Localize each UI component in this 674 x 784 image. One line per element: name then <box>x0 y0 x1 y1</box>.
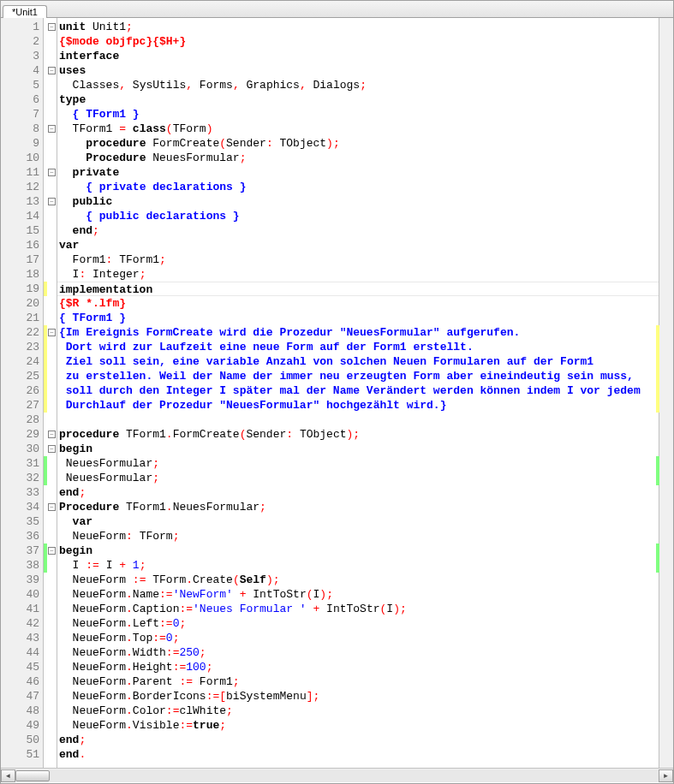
code-line[interactable]: Durchlauf der Prozedur "NeuesFormular" h… <box>57 398 659 413</box>
right-change-marker <box>656 543 659 558</box>
code-line[interactable]: NeueForm.BorderIcons:=[biSystemMenu]; <box>57 689 659 704</box>
fold-marker <box>47 180 57 194</box>
line-number: 34 <box>1 500 43 514</box>
code-line[interactable]: { private declarations } <box>57 180 659 194</box>
code-line[interactable]: end. <box>57 747 659 762</box>
code-line[interactable]: NeueForm.Left:=0; <box>57 616 659 631</box>
code-line[interactable]: Procedure TForm1.NeuesFormular; <box>57 500 659 514</box>
code-line[interactable]: Classes, SysUtils, Forms, Graphics, Dial… <box>57 78 659 92</box>
right-change-marker <box>656 194 659 209</box>
code-line[interactable]: NeueForm.Height:=100; <box>57 660 659 674</box>
code-line[interactable]: var <box>57 514 659 529</box>
code-line[interactable]: NeueForm.Name:='NewForm' + IntToStr(I); <box>57 587 659 602</box>
code-line[interactable]: end; <box>57 485 659 500</box>
editor-area: 1234567891011121314151617181920212223242… <box>1 18 673 768</box>
code-line[interactable]: NeueForm.Parent := Form1; <box>57 674 659 689</box>
code-line[interactable]: zu erstellen. Weil der Name der immer ne… <box>57 369 659 383</box>
scroll-track[interactable] <box>15 769 659 782</box>
scroll-left-button[interactable]: ◄ <box>1 769 15 782</box>
code-line[interactable]: NeueForm := TForm.Create(Self); <box>57 573 659 587</box>
line-number: 18 <box>1 267 43 282</box>
fold-marker <box>47 311 57 325</box>
fold-marker[interactable]: − <box>47 325 57 340</box>
code-line[interactable]: unit Unit1; <box>57 20 659 34</box>
fold-marker[interactable]: − <box>47 427 57 442</box>
right-change-marker <box>656 602 659 616</box>
code-line[interactable]: NeuesFormular; <box>57 456 659 471</box>
line-number: 17 <box>1 252 43 267</box>
horizontal-scrollbar[interactable]: ◄ ► <box>1 768 673 782</box>
code-line[interactable]: I: Integer; <box>57 267 659 282</box>
code-line[interactable]: implementation <box>57 282 659 296</box>
right-change-marker <box>656 340 659 354</box>
code-line[interactable]: private <box>57 165 659 180</box>
right-change-marker <box>656 704 659 718</box>
fold-marker <box>47 151 57 165</box>
fold-marker[interactable]: − <box>47 165 57 180</box>
scroll-right-button[interactable]: ► <box>659 769 673 782</box>
code-area[interactable]: unit Unit1;{$mode objfpc}{$H+}interfaceu… <box>57 18 659 768</box>
code-line[interactable]: TForm1 = class(TForm) <box>57 122 659 136</box>
fold-marker[interactable]: − <box>47 500 57 514</box>
fold-marker[interactable]: − <box>47 194 57 209</box>
code-line[interactable]: {$mode objfpc}{$H+} <box>57 34 659 49</box>
line-number: 31 <box>1 456 43 471</box>
code-line[interactable] <box>57 413 659 427</box>
fold-marker <box>47 252 57 267</box>
code-line[interactable]: NeueForm.Color:=clWhite; <box>57 704 659 718</box>
line-number: 38 <box>1 558 43 573</box>
code-line[interactable]: public <box>57 194 659 209</box>
fold-marker[interactable]: − <box>47 543 57 558</box>
code-line[interactable]: NeueForm.Caption:='Neues Formular ' + In… <box>57 602 659 616</box>
right-change-marker <box>656 107 659 122</box>
fold-marker <box>47 223 57 238</box>
fold-marker <box>47 92 57 107</box>
fold-marker <box>47 674 57 689</box>
right-change-marker <box>656 223 659 238</box>
code-line[interactable]: type <box>57 92 659 107</box>
code-line[interactable]: {Im Ereignis FormCreate wird die Prozedu… <box>57 325 659 340</box>
code-line[interactable]: { TForm1 } <box>57 311 659 325</box>
vertical-scrollbar[interactable] <box>659 18 673 768</box>
code-line[interactable]: procedure TForm1.FormCreate(Sender: TObj… <box>57 427 659 442</box>
code-line[interactable]: begin <box>57 543 659 558</box>
code-line[interactable]: { public declarations } <box>57 209 659 223</box>
right-change-marker <box>656 573 659 587</box>
code-line[interactable]: {$R *.lfm} <box>57 296 659 311</box>
code-line[interactable]: Ziel soll sein, eine variable Anzahl von… <box>57 354 659 369</box>
line-number: 35 <box>1 514 43 529</box>
right-change-marker <box>656 180 659 194</box>
code-line[interactable]: Form1: TForm1; <box>57 252 659 267</box>
right-change-marker <box>656 325 659 340</box>
right-change-marker <box>656 78 659 92</box>
tab-unit1[interactable]: *Unit1 <box>3 5 47 18</box>
code-line[interactable]: NeueForm.Visible:=true; <box>57 718 659 733</box>
fold-marker <box>47 49 57 63</box>
code-line[interactable]: end; <box>57 733 659 747</box>
right-change-marker <box>656 514 659 529</box>
fold-marker[interactable]: − <box>47 122 57 136</box>
code-line[interactable]: NeueForm: TForm; <box>57 529 659 543</box>
code-line[interactable]: { TForm1 } <box>57 107 659 122</box>
scroll-thumb[interactable] <box>15 770 50 781</box>
fold-marker[interactable]: − <box>47 442 57 456</box>
code-line[interactable]: I := I + 1; <box>57 558 659 573</box>
code-line[interactable]: uses <box>57 63 659 78</box>
code-line[interactable]: Dort wird zur Laufzeit eine neue Form au… <box>57 340 659 354</box>
code-line[interactable]: procedure FormCreate(Sender: TObject); <box>57 136 659 151</box>
code-line[interactable]: NeueForm.Top:=0; <box>57 631 659 645</box>
code-line[interactable]: Procedure NeuesFormular; <box>57 151 659 165</box>
code-line[interactable]: end; <box>57 223 659 238</box>
code-line[interactable]: NeueForm.Width:=250; <box>57 645 659 660</box>
fold-marker <box>47 616 57 631</box>
fold-marker[interactable]: − <box>47 63 57 78</box>
code-line[interactable]: soll durch den Integer I später mal der … <box>57 383 659 398</box>
code-line[interactable]: NeuesFormular; <box>57 471 659 485</box>
code-line[interactable]: begin <box>57 442 659 456</box>
right-change-marker <box>656 718 659 733</box>
code-line[interactable]: var <box>57 238 659 252</box>
fold-marker[interactable]: − <box>47 20 57 34</box>
right-change-marker <box>656 92 659 107</box>
code-line[interactable]: interface <box>57 49 659 63</box>
right-change-marker <box>656 354 659 369</box>
